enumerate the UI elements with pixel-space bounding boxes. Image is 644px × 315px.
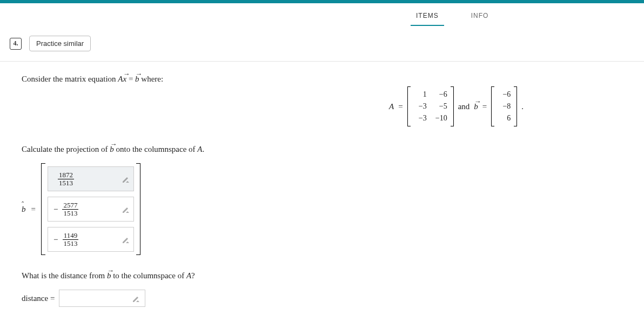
b-label: →b: [474, 100, 478, 113]
practice-similar-button[interactable]: Practice similar: [29, 36, 91, 51]
vector-b: −6 −8 6: [491, 86, 517, 126]
distance-input[interactable]: [59, 290, 145, 307]
bhat-label: ˆb: [22, 203, 26, 216]
equation-editor-icon[interactable]: [122, 235, 130, 244]
equals-sign-2: =: [482, 100, 487, 113]
dist-pre: What is the distance from: [22, 271, 107, 280]
prompt-post: where:: [139, 75, 164, 83]
ans2-num: 1149: [63, 232, 79, 240]
prompt-b: →b: [135, 72, 139, 85]
ans2-neg: −: [53, 233, 58, 246]
calc-A: A: [197, 145, 202, 153]
distance-prompt: What is the distance from →b to the colu…: [22, 269, 622, 282]
b-0: −6: [498, 89, 511, 100]
prompt-x: →x: [123, 72, 126, 85]
ans0-num: 1872: [58, 171, 74, 179]
calc-pre: Calculate the projection of: [22, 145, 110, 153]
equation-editor-icon[interactable]: [122, 175, 130, 183]
ans1-num: 2577: [62, 202, 78, 210]
tab-items[interactable]: ITEMS: [411, 9, 444, 26]
dist-A: A: [186, 271, 191, 280]
period: .: [521, 100, 524, 113]
ans1-den: 1513: [62, 210, 78, 217]
bhat-equals: =: [31, 203, 36, 216]
A-label: A: [389, 100, 394, 113]
ans2-den: 1513: [62, 240, 78, 247]
A-1-1: −5: [434, 100, 447, 112]
calc-prompt: Calculate the projection of →b onto the …: [22, 143, 622, 156]
A-1-0: −3: [414, 100, 427, 112]
calc-mid: onto the columnspace of: [114, 145, 198, 153]
matrix-A: 1 −6 −3 −5 −3 −10: [407, 86, 454, 126]
equation-editor-icon[interactable]: [122, 205, 130, 213]
answer-input-2[interactable]: − 11491513: [48, 227, 134, 252]
calc-b: →b: [110, 143, 114, 156]
distance-label: distance =: [22, 292, 55, 305]
b-1: −8: [498, 100, 511, 112]
dist-post: ?: [191, 271, 195, 280]
A-2-0: −3: [414, 112, 427, 124]
b-2: 6: [498, 112, 511, 124]
dist-b: →b: [107, 269, 111, 282]
answer-input-0[interactable]: 18721513: [48, 166, 134, 191]
A-0-1: −6: [434, 89, 447, 100]
ans1-neg: −: [53, 203, 58, 216]
ans0-den: 1513: [58, 179, 74, 187]
equation-editor-icon[interactable]: [132, 294, 140, 303]
answer-bracket: 18721513 − 25771513: [41, 163, 140, 255]
matrix-definition: A = 1 −6 −3 −5 −3 −10 and →b = −6 −8 6: [389, 86, 524, 126]
question-content: Consider the matrix equation A→x = →b wh…: [0, 62, 644, 315]
calc-post: .: [203, 145, 205, 153]
equals-sign: =: [398, 100, 403, 113]
prompt-text: Consider the matrix equation A→x = →b wh…: [22, 72, 622, 85]
A-0-0: 1: [414, 89, 427, 100]
question-number-badge: 4.: [10, 38, 22, 50]
bhat-answer-row: ˆb = 18721513 − 25771513: [22, 163, 622, 255]
tabs-row: ITEMS INFO: [411, 3, 644, 26]
prompt-pre: Consider the matrix equation: [22, 75, 118, 83]
A-2-1: −10: [434, 112, 447, 124]
answer-input-1[interactable]: − 25771513: [48, 197, 134, 222]
dist-mid: to the columnspace of: [111, 271, 186, 280]
distance-answer-row: distance =: [22, 290, 622, 307]
question-header: 4. Practice similar: [0, 26, 644, 62]
tab-info[interactable]: INFO: [466, 9, 494, 26]
and-text: and: [458, 100, 470, 113]
